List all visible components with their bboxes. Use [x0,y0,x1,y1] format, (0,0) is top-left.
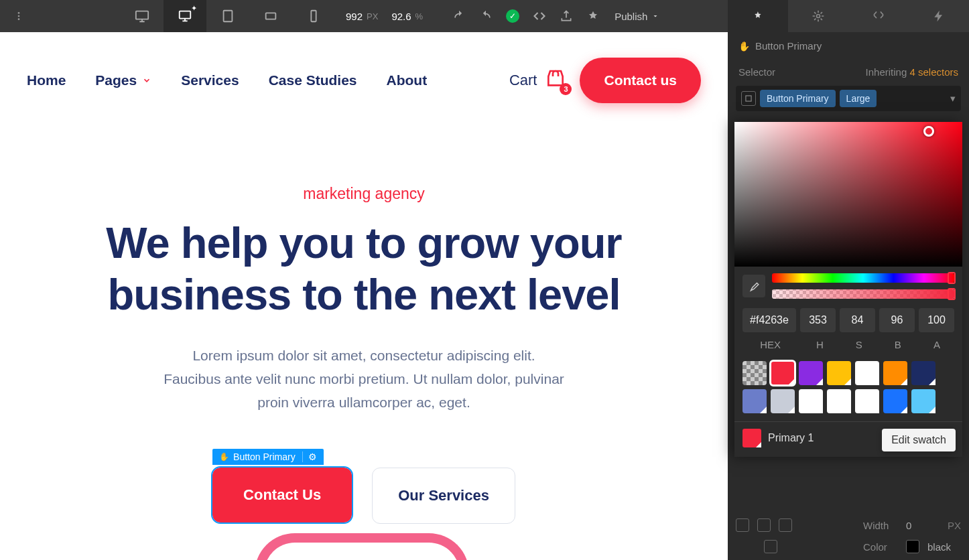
publish-button[interactable]: Publish [606,11,667,22]
panel-tabs [728,0,969,32]
swatch[interactable] [855,361,879,385]
alpha-input[interactable]: 100 [919,308,954,332]
swatch[interactable] [883,361,907,385]
nav-case-studies[interactable]: Case Studies [269,72,357,88]
hue-handle[interactable] [948,272,956,284]
brightness-input[interactable]: 96 [879,308,915,332]
breakpoint-tablet[interactable] [206,0,249,32]
swatch[interactable] [911,361,935,385]
selected-element: ✋ Button Primary ⚙ Contact Us [212,468,352,524]
cart-group[interactable]: Cart 3 [509,68,567,92]
check-circle-icon: ✓ [506,9,519,23]
selector-tag-large[interactable]: Large [840,90,877,107]
nav-services[interactable]: Services [181,72,239,88]
tab-interactions[interactable] [909,0,969,32]
primary-cta-button[interactable]: Contact Us [212,468,352,522]
swatch[interactable] [742,389,767,413]
ellipsis-menu[interactable] [5,0,32,32]
border-width-input[interactable]: 0 [906,520,940,531]
chevron-down-icon[interactable]: ▾ [950,92,956,104]
alpha-handle[interactable] [948,288,956,300]
svg-point-8 [817,15,820,18]
selection-badge[interactable]: ✋ Button Primary ⚙ [212,449,324,465]
tab-settings[interactable] [788,0,848,32]
color-picker: #f4263e 353 84 96 100 HEX H S B A Primar… [734,122,962,457]
swatch[interactable] [771,389,795,413]
saturation-input[interactable]: 84 [840,308,875,332]
tab-style[interactable] [728,0,788,32]
site-nav: Home Pages Services Case Studies About C… [0,32,728,128]
breakpoint-mobile[interactable] [292,0,335,32]
eyedropper-button[interactable] [742,275,765,297]
hue-slider[interactable] [772,273,954,283]
border-section: Width 0 PX Color black ▸Effects [736,514,961,560]
breakpoint-mobile-landscape[interactable] [249,0,292,32]
hex-input[interactable]: #f4263e [742,308,796,332]
tab-style-manager[interactable] [848,0,909,32]
zoom-unit: % [415,11,424,21]
status-check[interactable]: ✓ [499,0,526,32]
website-canvas[interactable]: Home Pages Services Case Studies About C… [0,32,728,560]
breakpoint-desktop[interactable]: ✦ [164,0,206,32]
color-values: #f4263e 353 84 96 100 [734,303,962,338]
hand-icon: ✋ [219,452,229,462]
hand-icon: ✋ [738,41,750,52]
swatch[interactable] [911,389,935,413]
selector-tag-primary[interactable]: Button Primary [760,90,836,107]
alpha-slider[interactable] [772,289,954,299]
swatch-name[interactable]: Primary 1 [768,432,814,444]
gear-icon[interactable]: ⚙ [302,451,317,462]
svg-rect-5 [224,11,233,22]
selector-target-icon[interactable] [741,91,756,106]
toolbar-actions: ✓ Publish [446,0,667,32]
selector-breadcrumb: ✋ Button Primary [728,32,969,60]
zoom-value[interactable]: 92.6 [391,11,411,22]
swatch[interactable] [827,389,851,413]
cart-badge: 3 [560,83,572,95]
border-color-row: Color black [736,536,961,557]
swatch[interactable] [799,389,823,413]
canvas-width[interactable]: 992 [346,11,363,22]
nav-right: Cart 3 Contact us [509,58,701,103]
svg-point-2 [18,18,20,20]
hero-buttons: ✋ Button Primary ⚙ Contact Us Our Servic… [40,449,688,524]
color-gradient-area[interactable] [734,122,962,267]
inheritance-count[interactable]: 4 selectors [909,66,958,78]
canvas-area: Home Pages Services Case Studies About C… [0,32,728,560]
color-labels: HEX H S B A [734,338,962,358]
color-handle[interactable] [923,126,934,137]
selector-label: Selector [738,66,775,78]
selector-input[interactable]: Button Primary Large ▾ [736,86,961,111]
rocket-icon[interactable] [580,0,606,32]
swatch[interactable] [742,361,767,385]
hero-subtitle[interactable]: Lorem ipsum dolor sit amet, consectetur … [40,344,688,414]
undo-button[interactable] [446,0,472,32]
secondary-cta-button[interactable]: Our Services [372,468,515,524]
swatch[interactable] [855,389,879,413]
export-button[interactable] [553,0,580,32]
hero-section: marketing agency We help you to grow you… [0,128,728,524]
chevron-down-icon [142,76,151,85]
hue-input[interactable]: 353 [800,308,836,332]
nav-pages[interactable]: Pages [95,72,151,88]
swatch[interactable] [771,361,795,385]
swatch-grid [734,358,962,421]
nav-about[interactable]: About [387,72,428,88]
breakpoint-desktop-large[interactable] [121,0,164,32]
breakpoint-switcher: ✦ [121,0,335,32]
nav-home[interactable]: Home [27,72,66,88]
contact-nav-button[interactable]: Contact us [580,58,701,103]
code-button[interactable] [526,0,553,32]
hero-title[interactable]: We help you to grow your business to the… [40,218,688,320]
chevron-down-icon [651,12,659,20]
swatch[interactable] [827,361,851,385]
swatch[interactable] [883,389,907,413]
tooltip: Edit swatch [882,429,956,451]
swatch[interactable] [799,361,823,385]
redo-button[interactable] [472,0,499,32]
svg-rect-9 [746,96,751,101]
border-color-swatch[interactable] [906,540,919,553]
color-sliders [734,267,962,303]
svg-point-1 [18,15,20,17]
hero-tagline[interactable]: marketing agency [40,185,688,203]
